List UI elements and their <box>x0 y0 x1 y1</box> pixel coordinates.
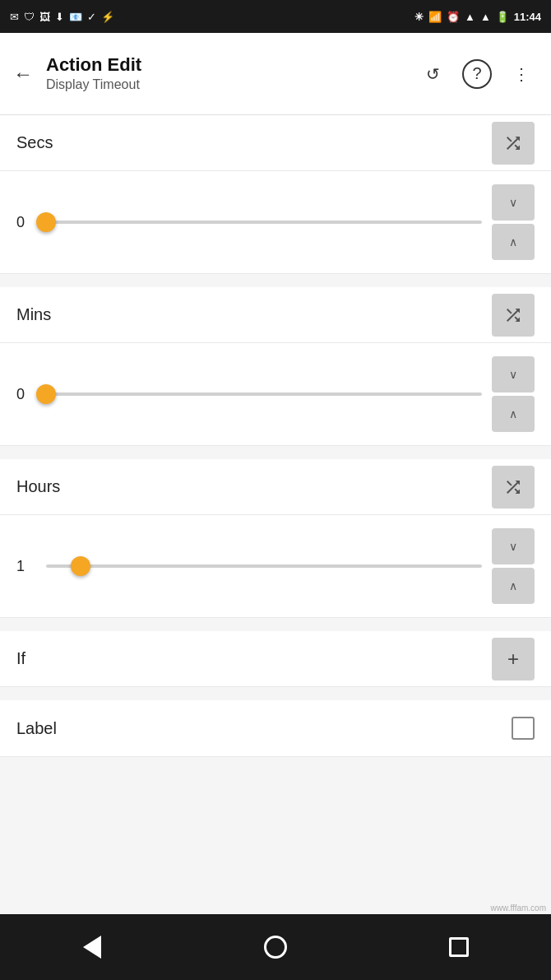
mins-decrement-button[interactable]: ∨ <box>492 356 535 392</box>
shuffle-icon <box>503 133 523 153</box>
wifi-icon: ▲ <box>465 11 475 23</box>
secs-increment-button[interactable]: ∧ <box>492 224 535 260</box>
if-row: If + <box>0 631 551 687</box>
hours-increment-button[interactable]: ∧ <box>492 568 535 604</box>
status-bar: ✉ 🛡 🖼 ⬇ 📧 ✓ ⚡ ✳ 📶 ⏰ ▲ ▲ 🔋 11:44 <box>0 0 551 33</box>
alarm-icon: ⏰ <box>447 11 460 23</box>
bottom-nav <box>0 914 551 980</box>
help-button[interactable]: ? <box>462 59 492 89</box>
recent-square-icon <box>449 937 469 957</box>
secs-slider-wrapper <box>46 206 482 239</box>
bluetooth-icon: ✳ <box>414 11 424 23</box>
spacer-1 <box>0 274 551 287</box>
more-icon: ⋮ <box>513 64 530 84</box>
help-icon: ? <box>472 64 481 83</box>
spacer-5 <box>0 757 551 770</box>
spacer-2 <box>0 446 551 459</box>
download-icon: ⬇ <box>55 11 64 23</box>
hours-slider-buttons: ∨ ∧ <box>492 528 535 604</box>
flash-icon: ⚡ <box>101 11 114 23</box>
mins-shuffle-button[interactable] <box>492 294 535 337</box>
shield-icon: 🛡 <box>24 11 35 23</box>
label-text: Label <box>16 719 57 738</box>
secs-down-arrow: ∨ <box>509 196 517 209</box>
hours-decrement-button[interactable]: ∨ <box>492 528 535 564</box>
hours-slider-row: 1 ∨ ∧ <box>0 515 551 618</box>
hours-header-row: Hours <box>0 459 551 515</box>
hours-label: Hours <box>16 459 60 514</box>
hours-slider-wrapper <box>46 550 482 583</box>
check-icon: ✓ <box>87 11 96 23</box>
mail-icon: 📧 <box>69 11 82 23</box>
battery-icon: 🔋 <box>496 11 509 23</box>
secs-slider-row: 0 ∨ ∧ <box>0 171 551 274</box>
nav-home-button[interactable] <box>251 922 300 972</box>
status-bar-right: ✳ 📶 ⏰ ▲ ▲ 🔋 11:44 <box>414 11 541 23</box>
if-label: If <box>16 631 25 686</box>
hours-shuffle-icon <box>503 477 523 497</box>
image-icon: 🖼 <box>39 11 50 23</box>
mins-label: Mins <box>16 287 51 342</box>
status-bar-left: ✉ 🛡 🖼 ⬇ 📧 ✓ ⚡ <box>10 11 114 23</box>
secs-shuffle-button[interactable] <box>492 122 535 165</box>
watermark: www.fffam.com <box>491 903 546 913</box>
secs-decrement-button[interactable]: ∨ <box>492 184 535 221</box>
home-circle-icon <box>264 936 287 959</box>
hours-section: Hours 1 ∨ ∧ <box>0 459 551 618</box>
mins-section: Mins 0 ∨ ∧ <box>0 287 551 446</box>
secs-value: 0 <box>16 214 36 231</box>
spacer-4 <box>0 687 551 700</box>
label-row: Label <box>0 700 551 757</box>
back-triangle-icon <box>83 936 101 959</box>
mins-slider-row: 0 ∨ ∧ <box>0 343 551 446</box>
mins-shuffle-icon <box>503 305 523 325</box>
back-button[interactable]: ← <box>13 63 33 86</box>
refresh-icon: ↺ <box>426 64 440 84</box>
mins-slider-buttons: ∨ ∧ <box>492 356 535 432</box>
secs-label: Secs <box>16 115 53 170</box>
mins-slider-wrapper <box>46 378 482 411</box>
hours-shuffle-button[interactable] <box>492 466 535 509</box>
app-bar-actions: ↺ ? ⋮ <box>416 58 538 91</box>
data-icon: ▲ <box>480 11 491 23</box>
gmail-icon: ✉ <box>10 11 19 23</box>
spacer-3 <box>0 618 551 631</box>
secs-slider-buttons: ∨ ∧ <box>492 184 535 260</box>
mins-value: 0 <box>16 386 36 403</box>
more-options-button[interactable]: ⋮ <box>505 58 538 91</box>
mins-header-row: Mins <box>0 287 551 343</box>
refresh-button[interactable]: ↺ <box>416 58 449 91</box>
mins-up-arrow: ∧ <box>509 407 517 420</box>
nav-recent-button[interactable] <box>434 922 484 972</box>
back-icon: ← <box>13 63 33 86</box>
page-title: Action Edit <box>46 53 416 77</box>
nav-back-button[interactable] <box>67 922 117 972</box>
secs-header-row: Secs <box>0 115 551 171</box>
time-display: 11:44 <box>514 11 541 23</box>
app-bar-title: Action Edit Display Timeout <box>46 53 416 94</box>
if-add-button[interactable]: + <box>492 638 535 680</box>
plus-icon: + <box>507 648 519 671</box>
secs-section: Secs 0 ∨ ∧ <box>0 115 551 274</box>
hours-value: 1 <box>16 558 36 575</box>
content-area: Secs 0 ∨ ∧ <box>0 115 551 914</box>
hours-up-arrow: ∧ <box>509 579 517 592</box>
secs-up-arrow: ∧ <box>509 235 517 248</box>
app-bar: ← Action Edit Display Timeout ↺ ? ⋮ <box>0 33 551 115</box>
mins-increment-button[interactable]: ∧ <box>492 396 535 432</box>
signal-icon: 📶 <box>428 11 442 23</box>
mins-down-arrow: ∨ <box>509 368 517 381</box>
page-subtitle: Display Timeout <box>46 77 416 94</box>
label-checkbox[interactable] <box>512 717 535 740</box>
hours-down-arrow: ∨ <box>509 540 517 553</box>
